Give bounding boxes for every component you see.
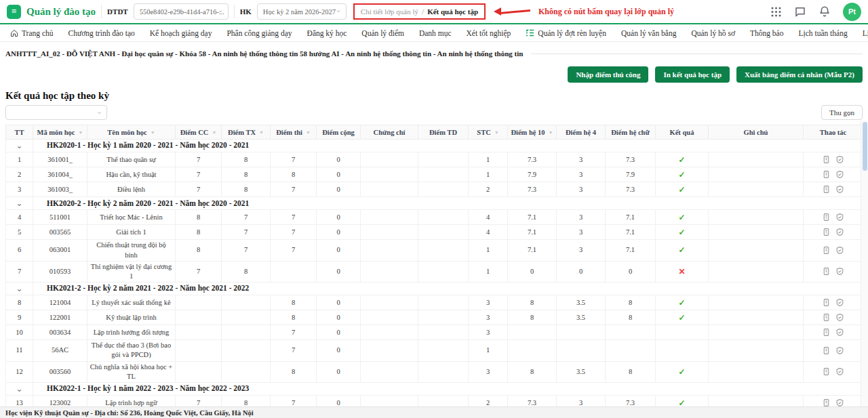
shield-check-icon[interactable]	[835, 346, 844, 355]
shield-check-icon[interactable]	[835, 267, 844, 276]
cell-tt: 9	[6, 310, 33, 325]
score-entry-icon[interactable]	[822, 346, 831, 355]
nav-item-label: Quản lý hồ sơ	[691, 29, 735, 37]
cell-stc: 1	[469, 240, 508, 261]
dtdt-select[interactable]: 550e8402-e29b-41d4-a716-... ⌄	[134, 3, 229, 20]
nav-item-12[interactable]: Thông báo	[743, 29, 791, 37]
score-entry-icon[interactable]	[822, 213, 831, 222]
group-chevron-icon[interactable]: ⌄	[6, 140, 33, 152]
score-entry-icon[interactable]	[822, 185, 831, 194]
shield-check-icon[interactable]	[835, 298, 844, 307]
filter-icon[interactable]: ▼	[79, 130, 83, 135]
result-fail-icon: ✕	[678, 267, 685, 276]
result-pass-icon: ✓	[678, 185, 685, 194]
shield-check-icon[interactable]	[835, 185, 844, 194]
cell-cc: 8	[176, 240, 222, 261]
nav-item-1[interactable]: Trang chủ	[3, 29, 61, 37]
group-chevron-icon[interactable]: ⌄	[6, 283, 33, 295]
table-scrollbar[interactable]	[861, 121, 868, 406]
cell-cc	[176, 310, 222, 325]
group-chevron-icon[interactable]: ⌄	[6, 382, 33, 395]
column-header-9: Điểm TD	[418, 125, 469, 140]
score-entry-icon[interactable]	[822, 367, 831, 376]
cell-code: 003634	[33, 325, 87, 340]
hk-label: HK	[240, 7, 252, 16]
score-entry-icon[interactable]	[822, 170, 831, 179]
collapse-button[interactable]: Thu gọn	[821, 105, 863, 120]
nav-item-label: Quản lý văn bằng	[621, 29, 676, 37]
nav-item-7[interactable]: Danh mục	[412, 29, 459, 37]
filter-icon[interactable]: ▼	[549, 130, 553, 135]
score-entry-icon[interactable]	[822, 228, 831, 236]
cell-td	[418, 295, 469, 310]
nav-item-5[interactable]: Đăng ký học	[300, 29, 355, 37]
nav-item-3[interactable]: Kế hoạch giảng dạy	[142, 29, 220, 37]
app-logo-icon[interactable]: ≡	[7, 5, 21, 19]
nav-item-10[interactable]: Quản lý văn bằng	[614, 29, 684, 37]
shield-check-icon[interactable]	[835, 170, 844, 179]
cell-he10: 7.1	[508, 240, 557, 261]
cell-cong: 0	[317, 167, 361, 182]
bell-icon[interactable]	[818, 5, 831, 18]
cell-he4: 3.5	[557, 295, 606, 310]
filter-icon[interactable]: ▼	[259, 130, 264, 135]
nav-item-4[interactable]: Phân công giảng dạy	[219, 29, 299, 37]
cell-he4	[557, 325, 606, 340]
cell-thi: 7	[271, 225, 317, 240]
cell-note	[709, 152, 804, 167]
filter-icon[interactable]: ▼	[212, 130, 216, 135]
cell-actions	[804, 240, 863, 261]
print-results-button[interactable]: In kết quả học tập	[655, 66, 730, 83]
export-transcript-button[interactable]: Xuất bảng điểm cá nhân (Mẫu P2)	[736, 66, 863, 83]
score-entry-icon[interactable]	[822, 313, 831, 322]
breadcrumb-parent[interactable]: Chi tiết lớp quản lý	[361, 7, 418, 16]
score-entry-icon[interactable]	[822, 298, 831, 307]
nav-item-label: Lịch kiểm tra giảng dạy	[863, 29, 868, 37]
shield-check-icon[interactable]	[835, 155, 844, 164]
column-header-label: Kết quả	[670, 129, 694, 136]
nav-item-13[interactable]: Lịch tuần tháng	[791, 29, 854, 37]
score-entry-icon[interactable]	[822, 267, 831, 276]
column-header-label: Ghi chú	[744, 129, 768, 136]
score-entry-icon[interactable]	[822, 155, 831, 164]
group-row: ⌄HK2022-1 - Học kỳ 1 năm 2022 - 2023 - N…	[6, 382, 863, 395]
group-chevron-icon[interactable]: ⌄	[6, 197, 33, 210]
manual-entry-button[interactable]: Nhập điểm thủ công	[568, 66, 648, 83]
chat-icon[interactable]	[794, 5, 806, 18]
nav-item-2[interactable]: Chương trình đào tạo	[61, 29, 142, 37]
cell-stc: 3	[469, 295, 508, 310]
scrollbar-thumb[interactable]	[863, 122, 867, 171]
cell-cert	[361, 361, 418, 382]
column-header-label: Điểm hệ 4	[566, 129, 596, 136]
score-entry-icon[interactable]	[822, 246, 831, 255]
shield-check-icon[interactable]	[835, 213, 844, 222]
shield-check-icon[interactable]	[835, 328, 844, 337]
filter-icon[interactable]: ▼	[494, 130, 499, 135]
cell-thi: 7	[271, 240, 317, 261]
nav-item-8[interactable]: Xét tốt nghiệp	[459, 29, 519, 37]
nav-item-11[interactable]: Quản lý hồ sơ	[684, 29, 743, 37]
score-entry-icon[interactable]	[822, 328, 831, 337]
cell-stc: 4	[469, 225, 508, 240]
shield-check-icon[interactable]	[835, 313, 844, 322]
nav-item-9[interactable]: Quản lý đợt rèn luyện	[518, 29, 614, 37]
cell-cong: 0	[317, 225, 361, 240]
column-header-label: Mã môn học	[37, 129, 75, 136]
nav-item-label: Danh mục	[419, 29, 452, 37]
shield-check-icon[interactable]	[835, 246, 844, 255]
nav-item-6[interactable]: Quản lý điểm	[354, 29, 412, 37]
column-header-16: Thao tác	[804, 125, 863, 140]
shield-check-icon[interactable]	[835, 228, 844, 236]
semester-select[interactable]: ⌄	[5, 105, 107, 120]
avatar[interactable]: Pt	[843, 3, 861, 21]
cell-cert	[361, 240, 418, 261]
filter-icon[interactable]: ▼	[306, 130, 311, 135]
filter-icon[interactable]: ▼	[151, 130, 155, 135]
shield-check-icon[interactable]	[835, 367, 844, 376]
hk-select[interactable]: Học kỳ 2 năm 2026-2027 ⌄	[257, 3, 347, 20]
apps-grid-icon[interactable]	[770, 6, 782, 18]
nav-item-14[interactable]: Lịch kiểm tra giảng dạy	[855, 29, 868, 37]
cell-thi	[271, 261, 317, 282]
result-pass-icon: ✓	[678, 367, 685, 377]
results-table-wrap: TTMã môn học▼Tên môn học▼Điểm CC▼Điểm TX…	[5, 125, 863, 418]
